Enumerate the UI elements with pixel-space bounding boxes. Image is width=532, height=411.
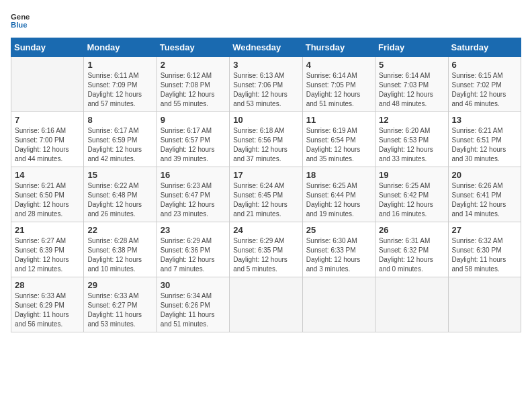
calendar-week-5: 28Sunrise: 6:33 AM Sunset: 6:29 PM Dayli… — [11, 277, 521, 332]
day-info: Sunrise: 6:24 AM Sunset: 6:45 PM Dayligh… — [233, 181, 298, 219]
day-info: Sunrise: 6:33 AM Sunset: 6:27 PM Dayligh… — [87, 291, 152, 329]
day-number: 18 — [306, 170, 371, 180]
day-number: 20 — [452, 170, 517, 180]
calendar-cell: 13Sunrise: 6:21 AM Sunset: 6:51 PM Dayli… — [448, 112, 521, 167]
calendar-cell: 23Sunrise: 6:29 AM Sunset: 6:36 PM Dayli… — [157, 222, 229, 277]
day-info: Sunrise: 6:21 AM Sunset: 6:50 PM Dayligh… — [15, 181, 80, 219]
weekday-header-friday: Friday — [375, 38, 448, 57]
calendar-table: SundayMondayTuesdayWednesdayThursdayFrid… — [11, 38, 521, 332]
day-info: Sunrise: 6:27 AM Sunset: 6:39 PM Dayligh… — [15, 236, 80, 274]
calendar-header: SundayMondayTuesdayWednesdayThursdayFrid… — [11, 38, 521, 57]
calendar-cell: 8Sunrise: 6:17 AM Sunset: 6:59 PM Daylig… — [84, 112, 157, 167]
day-number: 29 — [87, 280, 152, 290]
day-number: 1 — [87, 60, 152, 70]
calendar-cell: 1Sunrise: 6:11 AM Sunset: 7:09 PM Daylig… — [84, 57, 157, 112]
logo: General Blue — [11, 11, 30, 30]
calendar-cell: 18Sunrise: 6:25 AM Sunset: 6:44 PM Dayli… — [302, 167, 375, 222]
weekday-header-sunday: Sunday — [11, 38, 84, 57]
calendar-cell: 3Sunrise: 6:13 AM Sunset: 7:06 PM Daylig… — [230, 57, 302, 112]
calendar-cell: 26Sunrise: 6:31 AM Sunset: 6:32 PM Dayli… — [375, 222, 448, 277]
day-number: 15 — [87, 170, 152, 180]
calendar-cell: 19Sunrise: 6:25 AM Sunset: 6:42 PM Dayli… — [375, 167, 448, 222]
day-info: Sunrise: 6:34 AM Sunset: 6:26 PM Dayligh… — [161, 291, 226, 329]
day-info: Sunrise: 6:14 AM Sunset: 7:05 PM Dayligh… — [306, 71, 371, 109]
day-number: 23 — [161, 225, 226, 235]
calendar-cell: 22Sunrise: 6:28 AM Sunset: 6:38 PM Dayli… — [84, 222, 157, 277]
day-number: 10 — [233, 115, 298, 125]
calendar-cell: 12Sunrise: 6:20 AM Sunset: 6:53 PM Dayli… — [375, 112, 448, 167]
calendar-cell: 17Sunrise: 6:24 AM Sunset: 6:45 PM Dayli… — [230, 167, 302, 222]
calendar-cell: 14Sunrise: 6:21 AM Sunset: 6:50 PM Dayli… — [11, 167, 84, 222]
day-number: 28 — [15, 280, 80, 290]
day-number: 27 — [452, 225, 517, 235]
day-info: Sunrise: 6:28 AM Sunset: 6:38 PM Dayligh… — [87, 236, 152, 274]
day-number: 4 — [306, 60, 371, 70]
day-info: Sunrise: 6:17 AM Sunset: 6:59 PM Dayligh… — [87, 126, 152, 164]
weekday-header-tuesday: Tuesday — [157, 38, 229, 57]
day-info: Sunrise: 6:25 AM Sunset: 6:44 PM Dayligh… — [306, 181, 371, 219]
day-info: Sunrise: 6:18 AM Sunset: 6:56 PM Dayligh… — [233, 126, 298, 164]
day-number: 16 — [161, 170, 226, 180]
day-info: Sunrise: 6:14 AM Sunset: 7:03 PM Dayligh… — [379, 71, 444, 109]
day-number: 30 — [161, 280, 226, 290]
calendar-cell — [375, 277, 448, 332]
calendar-week-4: 21Sunrise: 6:27 AM Sunset: 6:39 PM Dayli… — [11, 222, 521, 277]
calendar-cell: 5Sunrise: 6:14 AM Sunset: 7:03 PM Daylig… — [375, 57, 448, 112]
day-number: 19 — [379, 170, 444, 180]
day-info: Sunrise: 6:29 AM Sunset: 6:35 PM Dayligh… — [233, 236, 298, 274]
calendar-cell: 10Sunrise: 6:18 AM Sunset: 6:56 PM Dayli… — [230, 112, 302, 167]
day-info: Sunrise: 6:21 AM Sunset: 6:51 PM Dayligh… — [452, 126, 517, 164]
calendar-cell: 11Sunrise: 6:19 AM Sunset: 6:54 PM Dayli… — [302, 112, 375, 167]
calendar-cell: 27Sunrise: 6:32 AM Sunset: 6:30 PM Dayli… — [448, 222, 521, 277]
day-info: Sunrise: 6:12 AM Sunset: 7:08 PM Dayligh… — [161, 71, 226, 109]
calendar-cell — [448, 277, 521, 332]
day-number: 2 — [161, 60, 226, 70]
svg-text:General: General — [11, 13, 30, 21]
day-info: Sunrise: 6:17 AM Sunset: 6:57 PM Dayligh… — [161, 126, 226, 164]
day-info: Sunrise: 6:26 AM Sunset: 6:41 PM Dayligh… — [452, 181, 517, 219]
calendar-week-3: 14Sunrise: 6:21 AM Sunset: 6:50 PM Dayli… — [11, 167, 521, 222]
day-info: Sunrise: 6:20 AM Sunset: 6:53 PM Dayligh… — [379, 126, 444, 164]
day-info: Sunrise: 6:30 AM Sunset: 6:33 PM Dayligh… — [306, 236, 371, 274]
day-info: Sunrise: 6:16 AM Sunset: 7:00 PM Dayligh… — [15, 126, 80, 164]
svg-text:Blue: Blue — [11, 21, 28, 29]
day-number: 17 — [233, 170, 298, 180]
calendar-cell: 30Sunrise: 6:34 AM Sunset: 6:26 PM Dayli… — [157, 277, 229, 332]
calendar-cell: 15Sunrise: 6:22 AM Sunset: 6:48 PM Dayli… — [84, 167, 157, 222]
day-number: 22 — [87, 225, 152, 235]
calendar-cell: 28Sunrise: 6:33 AM Sunset: 6:29 PM Dayli… — [11, 277, 84, 332]
logo-icon: General Blue — [11, 11, 30, 30]
day-number: 26 — [379, 225, 444, 235]
calendar-cell — [230, 277, 302, 332]
day-info: Sunrise: 6:22 AM Sunset: 6:48 PM Dayligh… — [87, 181, 152, 219]
weekday-header-saturday: Saturday — [448, 38, 521, 57]
calendar-cell: 16Sunrise: 6:23 AM Sunset: 6:47 PM Dayli… — [157, 167, 229, 222]
day-number: 14 — [15, 170, 80, 180]
calendar-cell: 6Sunrise: 6:15 AM Sunset: 7:02 PM Daylig… — [448, 57, 521, 112]
day-number: 12 — [379, 115, 444, 125]
day-info: Sunrise: 6:31 AM Sunset: 6:32 PM Dayligh… — [379, 236, 444, 274]
day-info: Sunrise: 6:29 AM Sunset: 6:36 PM Dayligh… — [161, 236, 226, 274]
day-number: 8 — [87, 115, 152, 125]
calendar-cell: 24Sunrise: 6:29 AM Sunset: 6:35 PM Dayli… — [230, 222, 302, 277]
calendar-cell: 2Sunrise: 6:12 AM Sunset: 7:08 PM Daylig… — [157, 57, 229, 112]
calendar-week-1: 1Sunrise: 6:11 AM Sunset: 7:09 PM Daylig… — [11, 57, 521, 112]
day-info: Sunrise: 6:33 AM Sunset: 6:29 PM Dayligh… — [15, 291, 80, 329]
day-number: 13 — [452, 115, 517, 125]
day-info: Sunrise: 6:15 AM Sunset: 7:02 PM Dayligh… — [452, 71, 517, 109]
day-info: Sunrise: 6:32 AM Sunset: 6:30 PM Dayligh… — [452, 236, 517, 274]
calendar-cell: 20Sunrise: 6:26 AM Sunset: 6:41 PM Dayli… — [448, 167, 521, 222]
day-number: 5 — [379, 60, 444, 70]
day-number: 11 — [306, 115, 371, 125]
calendar-week-2: 7Sunrise: 6:16 AM Sunset: 7:00 PM Daylig… — [11, 112, 521, 167]
weekday-header-wednesday: Wednesday — [230, 38, 302, 57]
day-number: 21 — [15, 225, 80, 235]
page-header: General Blue — [11, 11, 521, 30]
calendar-cell: 25Sunrise: 6:30 AM Sunset: 6:33 PM Dayli… — [302, 222, 375, 277]
day-info: Sunrise: 6:23 AM Sunset: 6:47 PM Dayligh… — [161, 181, 226, 219]
calendar-cell: 7Sunrise: 6:16 AM Sunset: 7:00 PM Daylig… — [11, 112, 84, 167]
weekday-header-monday: Monday — [84, 38, 157, 57]
calendar-cell: 21Sunrise: 6:27 AM Sunset: 6:39 PM Dayli… — [11, 222, 84, 277]
day-info: Sunrise: 6:25 AM Sunset: 6:42 PM Dayligh… — [379, 181, 444, 219]
calendar-cell — [302, 277, 375, 332]
